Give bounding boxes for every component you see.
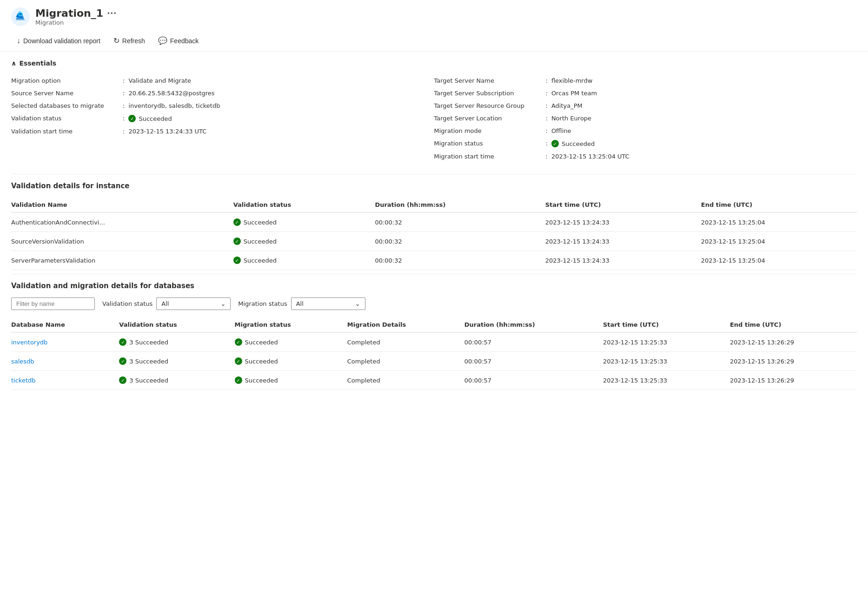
- db-row-name-0[interactable]: inventorydb: [11, 332, 119, 352]
- essentials-right-row-4: Migration mode :Offline: [434, 125, 857, 137]
- table-row: inventorydb ✓3 Succeeded ✓Succeeded Comp…: [11, 332, 857, 352]
- vi-row-end-0: 2023-12-15 13:25:04: [701, 212, 857, 232]
- db-row-end-0: 2023-12-15 13:26:29: [730, 332, 857, 352]
- section-divider-2: [11, 274, 857, 274]
- essentials-left-row-2: Selected databases to migrate :inventory…: [11, 99, 434, 112]
- validation-status-dropdown[interactable]: All ⌄: [156, 297, 231, 310]
- vi-row-start-2: 2023-12-15 13:24:33: [545, 251, 701, 270]
- db-row-migration-status-0: ✓Succeeded: [235, 332, 347, 352]
- migration-status-dropdown[interactable]: All ⌄: [291, 297, 365, 310]
- essentials-right-row-0: Target Server Name :flexible-mrdw: [434, 74, 857, 87]
- db-link-1[interactable]: salesdb: [11, 358, 34, 365]
- success-icon: ✓: [233, 218, 241, 226]
- db-row-name-2[interactable]: ticketdb: [11, 371, 119, 390]
- success-icon: ✓: [235, 376, 242, 384]
- validation-databases-title: Validation and migration details for dat…: [11, 282, 857, 290]
- db-col-1: Validation status: [119, 317, 234, 332]
- refresh-icon: ↻: [113, 36, 119, 45]
- vi-row-name-1: SourceVersionValidation: [11, 232, 233, 251]
- table-row: SourceVersionValidation ✓Succeeded 00:00…: [11, 232, 857, 251]
- migration-status-filter-group: Migration status All ⌄: [238, 297, 365, 310]
- db-row-start-0: 2023-12-15 13:25:33: [603, 332, 730, 352]
- essentials-right-label-6: Migration start time: [434, 153, 546, 160]
- app-icon: [11, 7, 30, 26]
- page-header: Migration_1 ··· Migration: [0, 0, 868, 30]
- essentials-left-row-0: Migration option :Validate and Migrate: [11, 74, 434, 87]
- essentials-left-row-3: Validation status :✓Succeeded: [11, 112, 434, 125]
- vi-col-4: End time (UTC): [701, 198, 857, 212]
- db-row-duration-0: 00:00:57: [464, 332, 603, 352]
- vi-col-1: Validation status: [233, 198, 375, 212]
- vi-row-end-1: 2023-12-15 13:25:04: [701, 232, 857, 251]
- db-col-3: Migration Details: [347, 317, 464, 332]
- essentials-label-3: Validation status: [11, 115, 123, 122]
- table-row: salesdb ✓3 Succeeded ✓Succeeded Complete…: [11, 352, 857, 371]
- databases-thead: Database NameValidation statusMigration …: [11, 317, 857, 332]
- header-text-group: Migration_1 ··· Migration: [35, 7, 117, 26]
- validation-status-filter-label: Validation status: [102, 300, 152, 307]
- db-link-2[interactable]: ticketdb: [11, 377, 36, 384]
- filter-row: Validation status All ⌄ Migration status…: [11, 297, 857, 310]
- success-icon: ✓: [128, 115, 136, 122]
- db-row-duration-2: 00:00:57: [464, 371, 603, 390]
- db-row-migration-status-1: ✓Succeeded: [235, 352, 347, 371]
- databases-table: Database NameValidation statusMigration …: [11, 317, 857, 390]
- db-col-4: Duration (hh:mm:ss): [464, 317, 603, 332]
- essentials-left-row-4: Validation start time :2023-12-15 13:24:…: [11, 125, 434, 138]
- db-col-5: Start time (UTC): [603, 317, 730, 332]
- vi-row-duration-2: 00:00:32: [375, 251, 545, 270]
- refresh-button[interactable]: ↻ Refresh: [108, 33, 151, 48]
- essentials-left-row-1: Source Server Name :20.66.25.58:5432@pos…: [11, 87, 434, 99]
- essentials-label-4: Validation start time: [11, 128, 123, 135]
- page-title: Migration_1 ···: [35, 7, 117, 19]
- db-row-name-1[interactable]: salesdb: [11, 352, 119, 371]
- essentials-right-row-5: Migration status :✓Succeeded: [434, 137, 857, 150]
- chevron-up-icon: ∧: [11, 59, 16, 67]
- vi-row-duration-1: 00:00:32: [375, 232, 545, 251]
- vi-row-status-2: ✓Succeeded: [233, 251, 375, 270]
- chevron-down-icon: ⌄: [220, 300, 225, 307]
- db-row-end-1: 2023-12-15 13:26:29: [730, 352, 857, 371]
- migration-status-filter-label: Migration status: [238, 300, 287, 307]
- db-link-0[interactable]: inventorydb: [11, 339, 47, 346]
- feedback-button[interactable]: 💬 Feedback: [152, 33, 204, 48]
- success-icon: ✓: [119, 357, 126, 365]
- db-row-migration-details-0: Completed: [347, 332, 464, 352]
- filter-by-name-input[interactable]: [11, 297, 95, 310]
- main-content: ∧ Essentials Migration option :Validate …: [0, 52, 868, 397]
- databases-tbody: inventorydb ✓3 Succeeded ✓Succeeded Comp…: [11, 332, 857, 390]
- essentials-right-row-3: Target Server Location :North Europe: [434, 112, 857, 125]
- vi-col-0: Validation Name: [11, 198, 233, 212]
- chevron-down-icon-2: ⌄: [355, 300, 360, 307]
- table-row: ticketdb ✓3 Succeeded ✓Succeeded Complet…: [11, 371, 857, 390]
- validation-instance-table: Validation NameValidation statusDuration…: [11, 198, 857, 270]
- db-col-2: Migration status: [235, 317, 347, 332]
- page-subtitle: Migration: [35, 19, 117, 26]
- essentials-right-row-6: Migration start time :2023-12-15 13:25:0…: [434, 150, 857, 163]
- essentials-label-1: Source Server Name: [11, 90, 123, 97]
- db-row-start-2: 2023-12-15 13:25:33: [603, 371, 730, 390]
- validation-instance-header-row: Validation NameValidation statusDuration…: [11, 198, 857, 212]
- db-row-start-1: 2023-12-15 13:25:33: [603, 352, 730, 371]
- essentials-section-header: ∧ Essentials: [11, 59, 857, 67]
- essentials-right-label-3: Target Server Location: [434, 115, 546, 122]
- essentials-right-label-1: Target Server Subscription: [434, 90, 546, 97]
- validation-status-filter-group: Validation status All ⌄: [102, 297, 231, 310]
- vi-row-end-2: 2023-12-15 13:25:04: [701, 251, 857, 270]
- validation-instance-title: Validation details for instance: [11, 182, 857, 190]
- vi-row-duration-0: 00:00:32: [375, 212, 545, 232]
- more-options-icon[interactable]: ···: [107, 8, 117, 18]
- vi-col-3: Start time (UTC): [545, 198, 701, 212]
- db-row-validation-0: ✓3 Succeeded: [119, 332, 234, 352]
- essentials-left: Migration option :Validate and Migrate S…: [11, 74, 434, 163]
- vi-col-2: Duration (hh:mm:ss): [375, 198, 545, 212]
- essentials-right-label-0: Target Server Name: [434, 77, 546, 84]
- feedback-icon: 💬: [158, 36, 167, 45]
- db-row-end-2: 2023-12-15 13:26:29: [730, 371, 857, 390]
- db-row-migration-details-1: Completed: [347, 352, 464, 371]
- essentials-label-0: Migration option: [11, 77, 123, 84]
- download-report-button[interactable]: ↓ Download validation report: [11, 34, 106, 48]
- db-col-0: Database Name: [11, 317, 119, 332]
- essentials-grid: Migration option :Validate and Migrate S…: [11, 74, 857, 163]
- vi-row-status-1: ✓Succeeded: [233, 232, 375, 251]
